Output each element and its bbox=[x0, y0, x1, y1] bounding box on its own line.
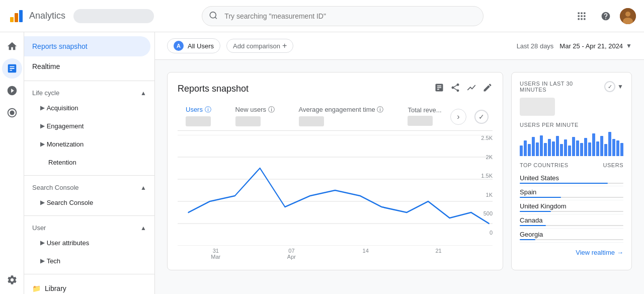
metric-total-rev-value bbox=[408, 116, 433, 126]
country-item-4: Georgia bbox=[520, 229, 623, 243]
engagement-label: Engagement bbox=[47, 122, 84, 130]
user-avatar[interactable] bbox=[620, 8, 636, 24]
view-realtime-arrow-icon: → bbox=[617, 249, 623, 256]
country-bar-bg-1 bbox=[520, 197, 623, 198]
sidebar-item-retention[interactable]: Retention bbox=[24, 153, 150, 171]
x-month-mar: Mar bbox=[211, 254, 220, 260]
country-bar-bg-2 bbox=[520, 211, 623, 212]
x-date-14: 14 bbox=[363, 248, 369, 254]
acquisition-label: Acquisition bbox=[47, 104, 78, 112]
user-label: User bbox=[32, 224, 46, 232]
metrics-check-icon[interactable]: ✓ bbox=[474, 110, 489, 124]
search-console-chevron-icon: ▲ bbox=[140, 184, 146, 191]
svg-rect-11 bbox=[578, 18, 579, 20]
sidebar-item-tech[interactable]: ▶ Tech bbox=[24, 252, 150, 270]
country-name-4: Georgia bbox=[520, 231, 623, 238]
main-content: A All Users Add comparison + Last 28 day… bbox=[155, 32, 644, 294]
country-bar-bg-4 bbox=[520, 239, 623, 240]
sidebar-item-reports-snapshot[interactable]: Reports snapshot bbox=[24, 36, 150, 56]
country-item-2: United Kingdom bbox=[520, 200, 623, 214]
sidebar-item-acquisition[interactable]: ▶ Acquisition bbox=[24, 99, 150, 117]
sidebar-item-library[interactable]: 📁 Library bbox=[24, 278, 150, 294]
advertising-icon bbox=[7, 107, 18, 118]
x-date-21: 21 bbox=[435, 248, 441, 254]
realtime-dropdown-chevron-icon[interactable]: ▼ bbox=[617, 83, 623, 90]
user-section-header[interactable]: User ▲ bbox=[24, 220, 154, 234]
country-name-3: Canada bbox=[520, 216, 623, 224]
svg-rect-1 bbox=[15, 13, 18, 22]
engagement-chevron-icon: ▶ bbox=[40, 122, 45, 129]
help-icon-button[interactable] bbox=[596, 6, 616, 26]
app-header: Analytics bbox=[0, 0, 644, 32]
explore-nav-button[interactable] bbox=[2, 81, 22, 101]
svg-rect-13 bbox=[584, 18, 585, 20]
y-label-1-5k: 1.5K bbox=[475, 173, 493, 179]
all-users-chip[interactable]: A All Users bbox=[167, 38, 220, 53]
settings-nav-button[interactable] bbox=[2, 270, 22, 290]
per-minute-label: USERS PER MINUTE bbox=[520, 122, 623, 128]
realtime-check-icon[interactable]: ✓ bbox=[604, 81, 615, 92]
search-input[interactable] bbox=[202, 6, 484, 26]
metric-tab-total-rev[interactable]: Total reve... bbox=[399, 104, 449, 130]
sidebar-item-engagement[interactable]: ▶ Engagement bbox=[24, 117, 150, 135]
country-name-2: United Kingdom bbox=[520, 202, 623, 210]
date-range-selector[interactable]: Last 28 days Mar 25 - Apr 21, 2024 ▼ bbox=[517, 42, 632, 50]
edit-icon[interactable] bbox=[482, 83, 493, 95]
realtime-controls: ✓ ▼ bbox=[600, 81, 623, 92]
share-icon[interactable] bbox=[450, 83, 460, 95]
sidebar-item-realtime[interactable]: Realtime bbox=[24, 56, 150, 77]
life-cycle-label: Life cycle bbox=[32, 89, 59, 97]
realtime-bar-17 bbox=[588, 142, 591, 156]
svg-rect-9 bbox=[581, 15, 582, 17]
grid-icon-button[interactable] bbox=[572, 6, 592, 26]
view-realtime-label: View realtime bbox=[576, 249, 615, 256]
sidebar-item-user-attributes[interactable]: ▶ User attributes bbox=[24, 234, 150, 252]
sidebar-item-monetization[interactable]: ▶ Monetization bbox=[24, 135, 150, 153]
realtime-bar-0 bbox=[520, 145, 523, 156]
realtime-bar-18 bbox=[592, 133, 595, 156]
svg-rect-8 bbox=[578, 15, 579, 17]
metrics-next-button[interactable]: › bbox=[450, 109, 466, 125]
search-console-label: Search Console bbox=[32, 184, 79, 191]
all-users-avatar: A bbox=[174, 41, 184, 51]
metric-tab-users[interactable]: Users ⓘ bbox=[178, 103, 219, 130]
metrics-tabs: Users ⓘ New users ⓘ Average engagement t… bbox=[178, 103, 493, 131]
view-realtime-link[interactable]: View realtime → bbox=[520, 249, 623, 256]
chart-type-icon[interactable] bbox=[466, 83, 476, 95]
metric-tab-new-users[interactable]: New users ⓘ bbox=[227, 103, 283, 130]
search-console-section-header[interactable]: Search Console ▲ bbox=[24, 180, 154, 193]
home-nav-button[interactable] bbox=[2, 36, 22, 56]
svg-rect-7 bbox=[584, 12, 585, 14]
add-chart-icon[interactable] bbox=[434, 83, 444, 95]
y-axis-labels: 2.5K 2K 1.5K 1K 500 0 bbox=[475, 135, 493, 236]
realtime-bar-13 bbox=[572, 137, 575, 156]
svg-point-3 bbox=[210, 12, 216, 18]
sidebar-divider-2 bbox=[24, 175, 154, 176]
life-cycle-chevron-icon: ▲ bbox=[140, 90, 146, 97]
acquisition-chevron-icon: ▶ bbox=[40, 104, 45, 111]
realtime-bar-5 bbox=[540, 135, 543, 156]
monetization-chevron-icon: ▶ bbox=[40, 140, 45, 148]
country-bar-bg-0 bbox=[520, 183, 623, 184]
advertising-nav-button[interactable] bbox=[2, 103, 22, 123]
x-date-31: 31 bbox=[211, 248, 220, 254]
chart-area: 2.5K 2K 1.5K 1K 500 0 bbox=[178, 135, 493, 246]
realtime-bar-15 bbox=[580, 143, 583, 156]
reports-nav-button[interactable] bbox=[2, 58, 22, 79]
add-comparison-button[interactable]: Add comparison + bbox=[226, 39, 293, 53]
metric-tab-avg-engagement[interactable]: Average engagement time ⓘ bbox=[291, 103, 392, 130]
date-range-dates-label: Mar 25 - Apr 21, 2024 bbox=[559, 42, 623, 50]
country-info: Georgia bbox=[520, 231, 623, 240]
y-label-2k: 2K bbox=[475, 154, 493, 160]
y-label-2-5k: 2.5K bbox=[475, 135, 493, 141]
account-selector[interactable] bbox=[73, 9, 154, 23]
sidebar-item-search-console[interactable]: ▶ Search Console bbox=[24, 193, 150, 211]
realtime-bar-6 bbox=[544, 143, 547, 156]
svg-point-17 bbox=[10, 110, 14, 115]
country-name-0: United States bbox=[520, 174, 623, 182]
life-cycle-section-header[interactable]: Life cycle ▲ bbox=[24, 85, 154, 99]
tech-label: Tech bbox=[47, 257, 60, 265]
metric-users-label: Users ⓘ bbox=[186, 105, 211, 114]
svg-rect-2 bbox=[19, 10, 23, 22]
country-bar-fill-0 bbox=[520, 183, 608, 184]
